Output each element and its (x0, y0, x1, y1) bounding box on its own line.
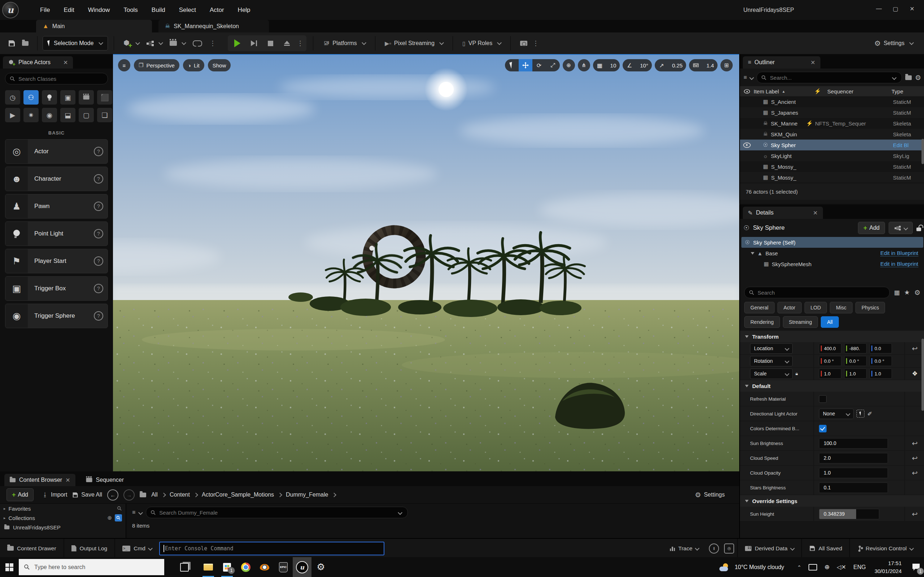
forward-button[interactable]: → (123, 489, 135, 501)
stars-brightness-field[interactable]: 0.1 (819, 482, 888, 493)
grid-snap-control[interactable]: ▦ 10 (593, 59, 620, 71)
colors-determined-checkbox[interactable] (819, 425, 827, 432)
override-settings-header[interactable]: Override Settings (740, 495, 924, 507)
eye-icon[interactable] (744, 89, 750, 93)
menu-edit[interactable]: Edit (57, 0, 81, 20)
chevron-down-icon[interactable] (749, 76, 754, 80)
filter-chip-rendering[interactable]: Rendering (744, 316, 780, 328)
filter-chip-actor[interactable]: Actor (777, 302, 802, 313)
level-viewport[interactable]: ≡ ❐ Perspective ◑ Lit Show ⟳ ⤢ ⊕ (113, 54, 739, 472)
filter-icon[interactable]: ≡ (132, 509, 135, 516)
help-icon[interactable]: ? (94, 147, 103, 156)
breadcrumb-dummy-female[interactable]: Dummy_Female (286, 492, 328, 498)
sun-height-slider[interactable]: 0.348239 (819, 509, 879, 519)
help-icon[interactable]: ? (94, 201, 103, 211)
type-column[interactable]: Type (892, 89, 903, 95)
category-visual-icon[interactable]: ▶ (5, 108, 20, 122)
rotate-tool[interactable]: ⟳ (532, 59, 546, 71)
category-cinematic-icon[interactable]: ▣ (60, 90, 76, 105)
location-z-field[interactable]: 0.0 (869, 343, 892, 353)
chrome-button[interactable] (236, 557, 255, 577)
settings-button[interactable]: ⚙ (312, 557, 330, 577)
place-item-trigger-sphere[interactable]: ◉ Trigger Sphere ? (5, 304, 108, 328)
help-icon[interactable]: ? (94, 256, 103, 266)
sequencer-tab[interactable]: Sequencer (81, 474, 129, 486)
content-browser-settings[interactable]: ⚙ Settings (695, 491, 725, 499)
component-self-row[interactable]: ☉ Sky Sphere (Self) (741, 237, 923, 248)
camera-speed-value[interactable]: 1.4 (703, 62, 717, 69)
location-dropdown[interactable]: Location (750, 343, 793, 354)
console-command-input[interactable]: Enter Console Command (159, 542, 384, 555)
component-mesh-row[interactable]: ▦ SkySphereMesh Edit in Blueprint (741, 259, 923, 269)
platforms-dropdown[interactable]: 🖳 Platforms (320, 36, 369, 50)
rotation-snap-control[interactable]: ∠ 10° (623, 59, 652, 71)
maximize-button[interactable]: ▢ (887, 2, 904, 16)
menu-actor[interactable]: Actor (203, 0, 231, 20)
place-item-character[interactable]: ☻ Character ? (5, 167, 108, 191)
pause-trace-icon[interactable]: ‖ (709, 543, 719, 554)
virtual-camera-button[interactable]: ⋮ (517, 36, 543, 50)
selection-mode-dropdown[interactable]: Selection Mode (43, 36, 108, 50)
close-icon[interactable]: ✕ (63, 59, 68, 66)
search-icon[interactable] (117, 506, 122, 511)
item-label-column[interactable]: Item Label▲ (754, 89, 814, 95)
category-lights-icon[interactable] (42, 90, 57, 105)
menu-help[interactable]: Help (231, 0, 257, 20)
add-collection-icon[interactable]: ⊕ (107, 515, 112, 521)
use-selected-icon[interactable] (856, 410, 864, 417)
taskbar-search-input[interactable]: Type here to search (19, 559, 164, 575)
filter-chip-misc[interactable]: Misc (830, 302, 853, 313)
play-options[interactable]: ⋮ (296, 36, 305, 50)
world-local-toggle[interactable]: ⊕ (563, 59, 575, 71)
default-section-header[interactable]: Default (740, 380, 924, 392)
gear-icon[interactable]: ⚙ (914, 288, 921, 297)
place-item-pawn[interactable]: ♟ Pawn ? (5, 194, 108, 219)
category-film-icon[interactable]: ◉ (42, 108, 57, 122)
category-media-icon[interactable] (79, 90, 94, 105)
browse-content-button[interactable] (18, 36, 32, 50)
cmd-dropdown[interactable]: >_ Cmd (115, 539, 159, 558)
outliner-row[interactable]: ☼ SkyLight SkyLig (740, 150, 924, 161)
place-actors-search-input[interactable]: Search Classes (5, 73, 108, 84)
surface-snapping[interactable]: ⋔ (578, 59, 590, 71)
reset-icon[interactable]: ↩ (912, 344, 918, 353)
scale-x-field[interactable]: 1.0 (819, 369, 842, 379)
snapshot-icon[interactable]: ◎ (724, 543, 734, 554)
xr-button[interactable] (189, 36, 206, 50)
weather-widget[interactable]: 10°C Mostly cloudy (719, 563, 784, 571)
add-actor-button[interactable] (120, 36, 143, 50)
sequencer-column[interactable]: Sequencer (827, 89, 892, 95)
save-button[interactable] (5, 36, 18, 50)
task-view-button[interactable] (175, 557, 194, 577)
edit-in-blueprint-link[interactable]: Edit in Blueprint (880, 250, 918, 256)
stop-button[interactable] (262, 36, 278, 50)
category-shapes-icon[interactable]: ⬛ (97, 90, 112, 105)
component-base-row[interactable]: ▲ Base Edit in Blueprint (741, 248, 923, 259)
start-button[interactable] (0, 557, 19, 577)
scale-tool[interactable]: ⤢ (546, 59, 560, 71)
outliner-tab[interactable]: ≡ Outliner ✕ (743, 56, 821, 69)
menu-tools[interactable]: Tools (116, 0, 145, 20)
reset-icon[interactable]: ↩ (912, 469, 918, 477)
world-scale-icon[interactable]: ❖ (912, 370, 918, 377)
place-actors-tab[interactable]: Place Actors ✕ (3, 56, 73, 69)
settings-dropdown[interactable]: ⚙ Settings (871, 36, 917, 50)
place-item-trigger-box[interactable]: ▣ Trigger Box ? (5, 276, 108, 301)
blueprint-actions-dropdown[interactable] (888, 222, 913, 234)
blueprints-button[interactable] (143, 36, 166, 50)
chevron-down-icon[interactable] (138, 510, 143, 515)
toolbar-overflow[interactable]: ⋮ (206, 36, 220, 50)
save-all-button[interactable]: Save All (72, 492, 102, 498)
file-explorer-button[interactable] (199, 557, 218, 577)
help-icon[interactable]: ? (94, 284, 103, 293)
volume-muted-icon[interactable]: ◁✕ (837, 564, 846, 571)
details-tab[interactable]: ✎ Details ✕ (743, 206, 823, 219)
project-collection-item[interactable]: UnrealFridays8SEP (0, 522, 126, 532)
add-button[interactable]: + Add (6, 488, 34, 501)
cinematics-button[interactable] (166, 36, 189, 50)
viewport-options-menu[interactable]: ≡ (118, 59, 130, 71)
skip-button[interactable] (246, 36, 262, 50)
close-button[interactable]: ✕ (904, 2, 921, 16)
rotation-dropdown[interactable]: Rotation (750, 356, 793, 366)
category-recent-icon[interactable]: ◷ (5, 90, 20, 105)
